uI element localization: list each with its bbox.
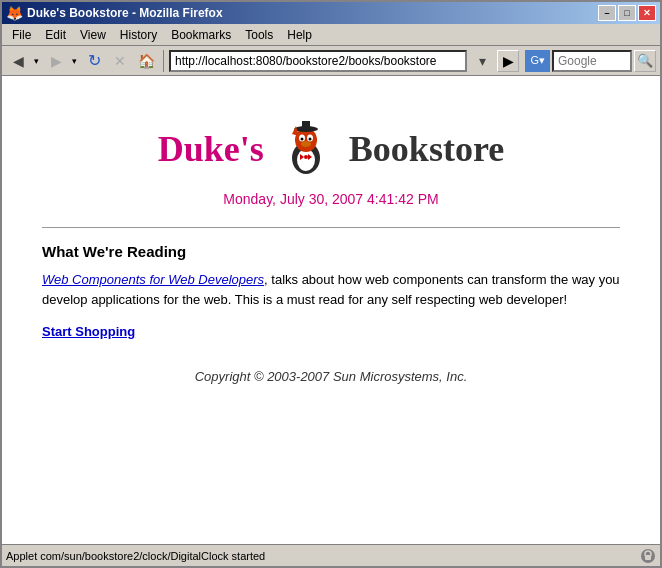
status-text: Applet com/sun/bookstore2/clock/DigitalC… — [6, 550, 265, 562]
menu-bookmarks[interactable]: Bookmarks — [165, 26, 237, 44]
address-bar: ▾ ▶ — [169, 49, 519, 73]
search-bar: G▾ 🔍 — [525, 50, 656, 72]
menu-file[interactable]: File — [6, 26, 37, 44]
duke-logo — [274, 116, 339, 181]
svg-point-9 — [308, 138, 311, 141]
title-bar-left: 🦊 Duke's Bookstore - Mozilla Firefox — [6, 5, 223, 21]
maximize-button[interactable]: □ — [618, 5, 636, 21]
start-shopping-link[interactable]: Start Shopping — [42, 324, 135, 339]
svg-rect-12 — [302, 121, 310, 130]
back-dropdown[interactable]: ▾ — [30, 49, 42, 73]
minimize-button[interactable]: – — [598, 5, 616, 21]
svg-point-1 — [297, 149, 315, 171]
reload-button[interactable]: ↻ — [82, 49, 106, 73]
svg-rect-16 — [645, 555, 651, 560]
menu-tools[interactable]: Tools — [239, 26, 279, 44]
content-divider — [42, 227, 620, 228]
search-go-button[interactable]: 🔍 — [634, 50, 656, 72]
store-name-right: Bookstore — [349, 128, 504, 170]
svg-point-10 — [301, 141, 311, 147]
security-icon — [640, 548, 656, 564]
store-name-left: Duke's — [158, 128, 264, 170]
title-bar: 🦊 Duke's Bookstore - Mozilla Firefox – □… — [2, 2, 660, 24]
window-title: Duke's Bookstore - Mozilla Firefox — [27, 6, 223, 20]
forward-dropdown[interactable]: ▾ — [68, 49, 80, 73]
menu-history[interactable]: History — [114, 26, 163, 44]
title-bar-buttons: – □ ✕ — [598, 5, 656, 21]
section-title: What We're Reading — [42, 243, 620, 260]
search-icon: 🔍 — [637, 53, 653, 68]
search-engine-label: G▾ — [525, 50, 550, 72]
forward-button[interactable]: ▶ — [44, 49, 68, 73]
content-area: Duke's — [2, 76, 660, 544]
date-display: Monday, July 30, 2007 4:41:42 PM — [42, 191, 620, 207]
menu-edit[interactable]: Edit — [39, 26, 72, 44]
reading-text: Web Components for Web Developers, talks… — [42, 270, 620, 309]
forward-button-group: ▶ ▾ — [44, 49, 80, 73]
close-button[interactable]: ✕ — [638, 5, 656, 21]
svg-point-8 — [300, 138, 303, 141]
page-content: Duke's — [2, 76, 660, 404]
go-button[interactable]: ▶ — [497, 50, 519, 72]
toolbar-separator-1 — [163, 50, 164, 72]
start-shopping-section: Start Shopping — [42, 324, 620, 339]
address-input[interactable] — [169, 50, 467, 72]
back-button[interactable]: ◀ — [6, 49, 30, 73]
book-link[interactable]: Web Components for Web Developers — [42, 272, 264, 287]
status-bar: Applet com/sun/bookstore2/clock/DigitalC… — [2, 544, 660, 566]
menu-help[interactable]: Help — [281, 26, 318, 44]
menu-view[interactable]: View — [74, 26, 112, 44]
copyright-text: Copyright © 2003-2007 Sun Microsystems, … — [42, 369, 620, 384]
stop-button[interactable]: ✕ — [108, 49, 132, 73]
svg-point-4 — [304, 155, 308, 159]
menu-bar: File Edit View History Bookmarks Tools H… — [2, 24, 660, 46]
browser-icon: 🦊 — [6, 5, 23, 21]
store-header: Duke's — [42, 116, 620, 181]
search-input[interactable] — [552, 50, 632, 72]
back-button-group: ◀ ▾ — [6, 49, 42, 73]
navigation-toolbar: ◀ ▾ ▶ ▾ ↻ ✕ 🏠 ▾ ▶ G▾ 🔍 — [2, 46, 660, 76]
address-dropdown-btn[interactable]: ▾ — [470, 49, 494, 73]
browser-window: 🦊 Duke's Bookstore - Mozilla Firefox – □… — [0, 0, 662, 568]
home-button[interactable]: 🏠 — [134, 49, 158, 73]
